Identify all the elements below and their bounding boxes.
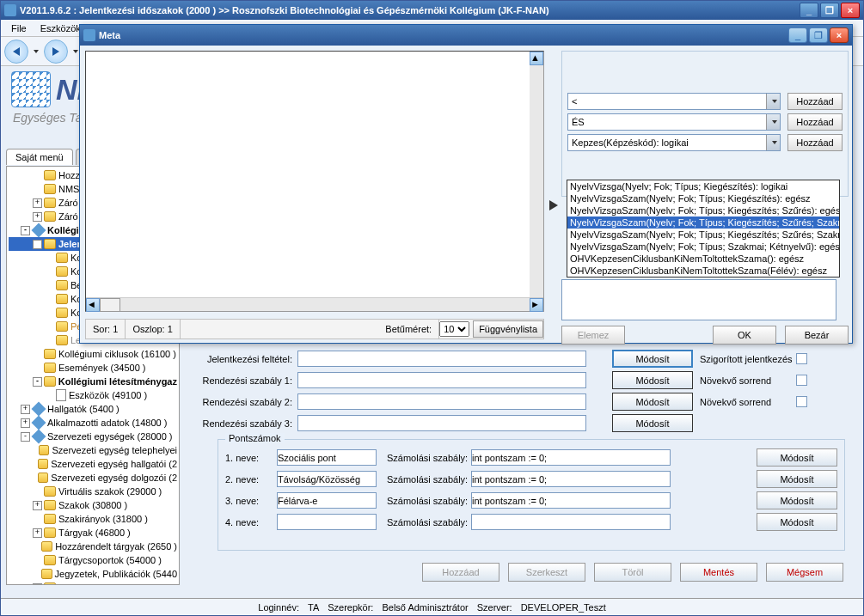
tree-item[interactable]: Szervezeti egység telephelyei (9, 443, 177, 457)
tree-item-label: Záró (58, 198, 78, 208)
chevron-down-icon[interactable] (766, 135, 780, 150)
analyze-button[interactable]: Elemez (561, 326, 625, 345)
close-button[interactable]: × (841, 3, 860, 18)
dialog-maximize-button[interactable]: ❐ (809, 27, 828, 43)
rule4-modify-button[interactable]: Módosít (757, 513, 837, 531)
add-button[interactable]: Hozzáad (422, 563, 499, 582)
n4-input[interactable] (277, 514, 377, 530)
r1-input[interactable] (297, 372, 586, 388)
rule4-input[interactable] (471, 514, 671, 530)
tree-item[interactable]: Szervezeti egység hallgatói (2 (9, 457, 177, 471)
tree-item[interactable]: -Szervezeti egységek (28000 ) (9, 430, 177, 443)
dialog-titlebar[interactable]: Meta _ ❐ × (80, 25, 852, 46)
cond-modify-button[interactable]: Módosít (612, 350, 693, 368)
tab-own-menu[interactable]: Saját menü (6, 149, 73, 165)
r3-input[interactable] (297, 415, 586, 431)
cancel-button[interactable]: Mégsem (766, 563, 843, 582)
forward-dropdown-icon[interactable] (73, 50, 78, 53)
dialog-minimize-button[interactable]: _ (788, 27, 807, 43)
tree-item[interactable]: Kollégiumi ciklusok (16100 ) (9, 347, 177, 361)
minimize-button[interactable]: _ (800, 3, 818, 18)
dropdown-item[interactable]: NyelvVizsgaSzam(Nyelv; Fok; Típus; Kiegé… (567, 204, 839, 217)
add-operator-button[interactable]: Hozzáad (787, 93, 843, 110)
delete-button[interactable]: Töröl (594, 563, 671, 582)
folder-icon (44, 211, 56, 222)
function-dropdown-list[interactable]: NyelvVizsga(Nyelv; Fok; Típus; Kiegészít… (567, 180, 840, 278)
n3-input[interactable] (277, 492, 377, 509)
rule1-input[interactable] (471, 449, 671, 466)
r3-modify-button[interactable]: Módosít (612, 414, 693, 432)
edit-button[interactable]: Szerkeszt (508, 563, 585, 582)
tree-item[interactable]: Szervezeti egység dolgozói (2 (9, 471, 177, 485)
dropdown-item[interactable]: OHVKepzesenCiklusbanKiNemToltottekSzama(… (567, 253, 839, 265)
tree-item[interactable]: +Diploma (54600 ) (9, 581, 177, 585)
ok-button[interactable]: OK (713, 326, 776, 345)
tree-item-label: Szervezeti egység hallgatói (2 (51, 459, 177, 469)
save-button[interactable]: Mentés (680, 563, 757, 582)
dropdown-item[interactable]: NyelvVizsga(Nyelv; Fok; Típus; Kiegészít… (567, 180, 839, 192)
n2-input[interactable] (277, 471, 377, 487)
dropdown-item[interactable]: NyelvVizsgaSzam(Nyelv; Fok; Típus; Szakm… (567, 241, 839, 253)
logic-select[interactable]: ÉS (567, 113, 781, 131)
back-button[interactable] (4, 40, 28, 64)
font-size-select[interactable]: 10 (439, 321, 469, 337)
tree-item[interactable]: Hozzárendelt tárgyak (2650 ) (9, 540, 177, 553)
r2-input[interactable] (297, 393, 586, 410)
asc1-checkbox[interactable] (796, 375, 807, 386)
strict-label: Szigorított jelentkezés (693, 354, 796, 364)
function-list-button[interactable]: Függvénylista (473, 320, 543, 338)
chevron-down-icon[interactable] (766, 114, 780, 130)
transfer-arrow-icon[interactable] (549, 200, 558, 210)
tree-item-label: NMS (58, 184, 79, 194)
rule2-modify-button[interactable]: Módosít (757, 470, 837, 488)
tree-item[interactable]: Események (34500 ) (9, 361, 177, 375)
menu-file[interactable]: File (4, 21, 34, 35)
folder-icon (44, 170, 56, 180)
meta-dialog: Meta _ ❐ × ▲ ◄ ► Sor: 1 Oszlop: 1 Betűmé… (79, 24, 853, 344)
font-label: Betűméret: (385, 324, 432, 334)
cond-input[interactable] (297, 351, 586, 367)
tree-item-label: Szervezeti egység dolgozói (2 (51, 473, 177, 483)
r1-modify-button[interactable]: Módosít (612, 371, 693, 389)
strict-checkbox[interactable] (796, 353, 807, 364)
tree-item[interactable]: +Hallgatók (5400 ) (9, 402, 177, 416)
tree-item[interactable]: Szakirányok (31800 ) (9, 512, 177, 526)
editor-scrollbar-v[interactable]: ▲ (530, 52, 543, 297)
restore-button[interactable]: ❐ (820, 3, 839, 18)
dialog-close-button[interactable]: × (830, 27, 849, 43)
dropdown-item[interactable]: OHVKepzesenCiklusbanKiNemToltottekSzama(… (567, 265, 839, 277)
back-dropdown-icon[interactable] (34, 50, 39, 53)
tree-item[interactable]: -Kollégiumi létesítménygaz (9, 375, 177, 388)
operator-select[interactable]: < (567, 93, 781, 110)
editor-scrollbar-h[interactable]: ◄ ► (86, 297, 543, 311)
tree-item[interactable]: +Tárgyak (46800 ) (9, 526, 177, 540)
rule2-label: Számolási szabály: (377, 474, 471, 485)
editor[interactable]: ▲ ◄ ► (85, 51, 544, 312)
dropdown-item[interactable]: NyelvVizsgaSzam(Nyelv; Fok; Típus; Kiegé… (567, 192, 839, 204)
rule3-input[interactable] (471, 492, 671, 509)
expression-textarea[interactable] (561, 279, 836, 320)
asc2-checkbox[interactable] (796, 396, 807, 407)
tree-item[interactable]: +Alkalmazotti adatok (14800 ) (9, 416, 177, 430)
file-icon (56, 389, 66, 401)
add-function-button[interactable]: Hozzáad (787, 134, 843, 151)
close-dialog-button[interactable]: Bezár (785, 326, 849, 345)
n1-input[interactable] (277, 449, 377, 466)
dropdown-item[interactable]: NyelvVizsgaSzam(Nyelv; Fok; Típus; Kiegé… (567, 217, 839, 229)
tree-item[interactable]: Virtuális szakok (29000 ) (9, 485, 177, 498)
rule1-modify-button[interactable]: Módosít (757, 448, 837, 467)
tree-item[interactable]: +Szakok (30800 ) (9, 498, 177, 512)
chevron-down-icon[interactable] (766, 94, 780, 109)
tree-item[interactable]: Tárgycsoportok (54000 ) (9, 553, 177, 567)
folder-icon (44, 500, 56, 510)
rule3-modify-button[interactable]: Módosít (757, 491, 837, 509)
tree-item[interactable]: Eszközök (49100 ) (9, 388, 177, 402)
blue-icon (32, 416, 46, 430)
r2-modify-button[interactable]: Módosít (612, 393, 693, 411)
add-logic-button[interactable]: Hozzáad (787, 113, 843, 131)
rule2-input[interactable] (471, 471, 671, 487)
tree-item[interactable]: Jegyzetek, Publikációk (5440 (9, 567, 177, 581)
dropdown-item[interactable]: NyelvVizsgaSzam(Nyelv; Fok; Típus; Kiegé… (567, 229, 839, 241)
forward-button[interactable] (44, 40, 68, 64)
function-select[interactable]: Kepzes(Képzéskód): logikai (567, 134, 781, 151)
